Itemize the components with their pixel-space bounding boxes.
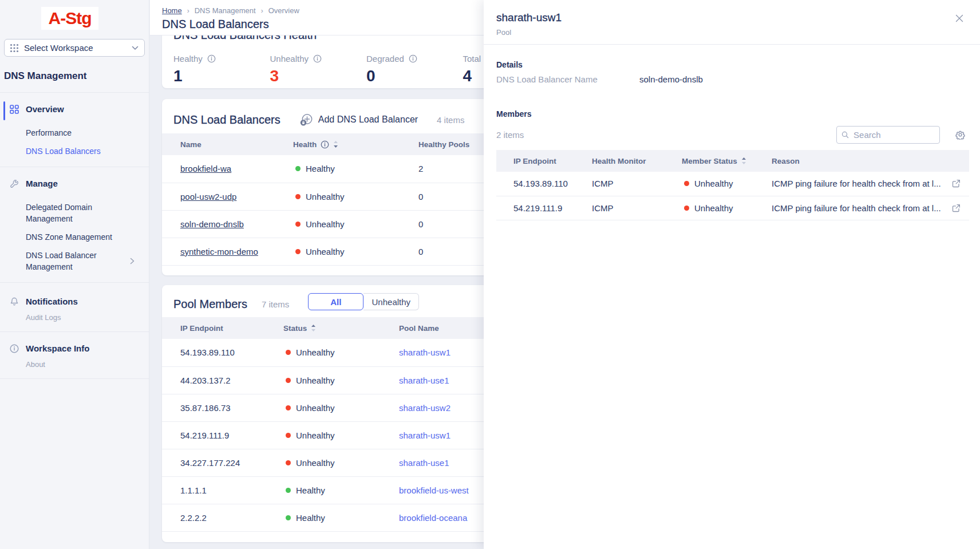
sidebar-subitem-label: Delegated Domain Management [26, 202, 123, 224]
lb-name-link[interactable]: synthetic-mon-demo [180, 247, 258, 256]
sidebar-subitem-dns-load-balancers[interactable]: DNS Load Balancers [0, 142, 149, 160]
sidebar-item-workspace-info[interactable]: Workspace Info [0, 339, 149, 358]
drawer-body: Details DNS Load Balancer Namesoln-demo-… [484, 60, 980, 220]
lb-name-link[interactable]: soln-demo-dnslb [180, 219, 244, 229]
pool-members-items-count: 7 items [262, 299, 289, 309]
stat-label: Unhealthy [270, 54, 309, 64]
lb-name-link[interactable]: brookfield-wa [180, 164, 231, 173]
status-dot-red [295, 222, 301, 227]
health-monitor-value: ICMP [592, 179, 614, 188]
add-dns-load-balancer-button[interactable]: Add DNS Load Balancer [300, 113, 418, 127]
pool-name-link[interactable]: brookfield-us-west [399, 485, 469, 495]
status-text: Unhealthy [296, 347, 335, 357]
ip-endpoint-value: 44.203.137.2 [162, 376, 283, 385]
tab-label: All [330, 297, 341, 307]
column-label: Healthy Pools [418, 140, 469, 149]
lb-name-link[interactable]: pool-usw2-udp [180, 192, 236, 202]
column-header-health[interactable]: Health [293, 133, 418, 155]
members-search-input[interactable] [853, 130, 935, 140]
pool-name-link[interactable]: sharath-use1 [399, 458, 449, 468]
tab-unhealthy[interactable]: Unhealthy [363, 293, 419, 310]
status-dot-red [295, 194, 301, 199]
sidebar-subitem-about[interactable]: About [0, 358, 149, 373]
health-status-text: Unhealthy [306, 192, 345, 202]
column-label: IP Endpoint [513, 157, 556, 165]
column-label: Name [180, 140, 201, 149]
active-indicator [3, 101, 5, 120]
info-icon [10, 344, 19, 353]
add-dns-load-balancer-label: Add DNS Load Balancer [318, 114, 418, 125]
breadcrumb-home[interactable]: Home [162, 6, 182, 15]
pool-name-link[interactable]: sharath-usw1 [399, 347, 451, 357]
info-icon[interactable] [207, 54, 216, 63]
column-header-member-status[interactable]: Member Status [682, 150, 772, 172]
ip-endpoint-value: 2.2.2.2 [162, 513, 283, 523]
pool-name-link[interactable]: sharath-use1 [399, 376, 449, 385]
status-dot-green [295, 166, 301, 171]
sidebar-subitem-delegated-domain-management[interactable]: Delegated Domain Management [0, 198, 149, 228]
sidebar-subitem-label: DNS Load Balancer Management [26, 250, 123, 272]
column-header-ip-endpoint: IP Endpoint [496, 150, 592, 172]
members-search [836, 126, 940, 144]
sort-icon[interactable] [329, 140, 338, 148]
pool-members-title: Pool Members [173, 298, 247, 311]
status-dot-red [684, 206, 689, 211]
status-dot-red [286, 460, 291, 465]
stat-value: 0 [366, 67, 463, 85]
status-dot-red [684, 181, 689, 186]
member-status-text: Unhealthy [694, 179, 733, 188]
tab-all[interactable]: All [308, 293, 363, 310]
wrench-icon [10, 179, 19, 188]
pool-detail-drawer: sharath-usw1 Pool Details DNS Load Balan… [484, 0, 980, 549]
healthy-pools-value: 0 [418, 192, 423, 202]
sidebar-item-manage[interactable]: Manage [0, 174, 149, 193]
status-dot-red [286, 405, 291, 410]
info-icon[interactable] [321, 140, 329, 149]
sidebar-item-overview[interactable]: Overview [0, 100, 149, 119]
status-text: Healthy [296, 513, 325, 523]
ip-endpoint-value: 54.193.89.110 [496, 179, 592, 188]
info-icon[interactable] [313, 54, 322, 63]
breadcrumb-separator: › [261, 7, 263, 15]
members-row: 54.193.89.110ICMPUnhealthyICMP ping fail… [496, 172, 969, 196]
status-text: Unhealthy [296, 403, 335, 413]
reason-text: ICMP ping failure for health check from … [772, 203, 941, 213]
column-header-health-monitor: Health Monitor [592, 150, 682, 172]
sidebar-item-notifications[interactable]: Notifications [0, 292, 149, 311]
drawer-header: sharath-usw1 Pool [484, 0, 980, 45]
chevron-down-icon [132, 46, 139, 50]
status-dot-red [286, 378, 291, 383]
breadcrumb-overview: Overview [268, 6, 299, 15]
sidebar-subitem-dns-zone-management[interactable]: DNS Zone Management [0, 228, 149, 246]
grid-dots-icon [10, 44, 19, 53]
sidebar-subitem-performance[interactable]: Performance [0, 124, 149, 142]
workspace-selector[interactable]: Select Workspace [4, 39, 145, 57]
sidebar-subitem-label: Performance [26, 127, 72, 139]
column-header-reason: Reason [772, 150, 969, 172]
close-icon[interactable] [955, 14, 964, 23]
health-status-text: Unhealthy [306, 247, 345, 256]
sidebar-subitem-label: DNS Load Balancers [26, 145, 101, 157]
chevron-right-icon [130, 258, 135, 264]
sidebar-subitem-audit-logs[interactable]: Audit Logs [0, 311, 149, 326]
column-label: Health Monitor [592, 157, 646, 165]
logo[interactable]: A-Stg [41, 7, 98, 30]
sidebar-subitem-dns-load-balancer-management[interactable]: DNS Load Balancer Management [0, 246, 149, 276]
column-header-status[interactable]: Status [283, 317, 399, 339]
pool-name-link[interactable]: sharath-usw2 [399, 403, 451, 413]
external-link-icon[interactable] [952, 204, 961, 212]
gear-icon[interactable] [955, 130, 965, 140]
health-status-text: Unhealthy [306, 219, 345, 229]
sort-icon[interactable] [307, 324, 316, 332]
external-link-icon[interactable] [952, 179, 961, 188]
info-icon[interactable] [409, 54, 417, 63]
grid-icon [10, 105, 19, 114]
pool-name-link[interactable]: sharath-usw1 [399, 430, 451, 440]
status-dot-green [286, 515, 291, 520]
status-text: Unhealthy [296, 430, 335, 440]
sort-icon[interactable] [737, 157, 746, 165]
pool-name-link[interactable]: brookfield-oceana [399, 513, 467, 523]
sidebar-item-label: Overview [26, 104, 64, 114]
column-header-name: Name [162, 133, 293, 155]
sidebar-title: DNS Management [4, 70, 149, 82]
